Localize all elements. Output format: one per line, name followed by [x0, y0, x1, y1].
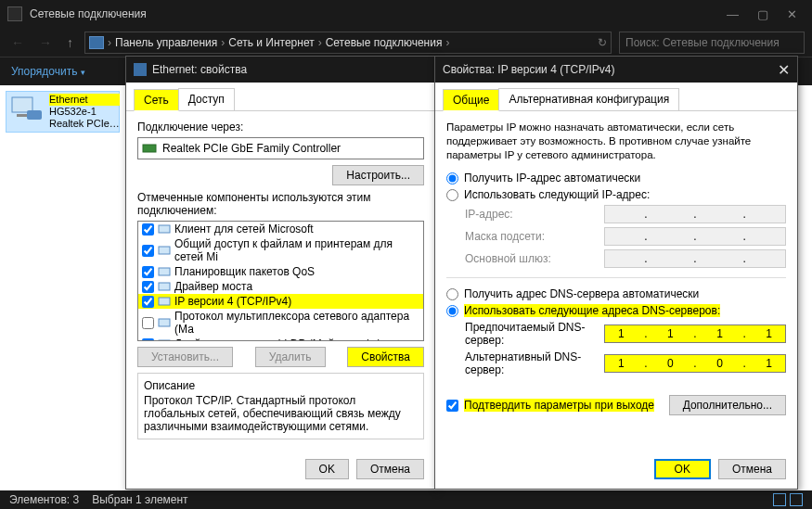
network-adapter-icon [8, 94, 45, 127]
dialog-tabs: Сеть Доступ [126, 83, 435, 111]
svg-rect-3 [143, 145, 156, 152]
window-title: Сетевые подключения [30, 7, 147, 20]
connection-item[interactable]: Ethernet HG532e-1 Realtek PCIe… [6, 91, 120, 133]
component-row[interactable]: Драйвер протокола LLDP (Майкрософт) [138, 337, 423, 341]
component-label: IP версии 4 (TCP/IPv4) [174, 295, 291, 308]
description-title: Описание [144, 379, 418, 392]
navigation-bar: ← → ↑ › Панель управления › Сеть и Интер… [0, 28, 812, 57]
component-label: Клиент для сетей Microsoft [174, 223, 314, 235]
breadcrumb-item[interactable]: Сетевые подключения [326, 36, 443, 49]
component-row[interactable]: Драйвер моста [138, 279, 423, 294]
ip-manual-radio[interactable]: Использовать следующий IP-адрес: [446, 188, 786, 201]
component-row[interactable]: Планировщик пакетов QoS [138, 264, 423, 279]
tab-alt-config[interactable]: Альтернативная конфигурация [498, 88, 679, 110]
breadcrumb-item[interactable]: Сеть и Интернет [228, 36, 314, 49]
cancel-button[interactable]: Отмена [718, 459, 786, 479]
view-icon[interactable] [790, 493, 803, 506]
install-button[interactable]: Установить... [137, 347, 233, 367]
svg-rect-0 [12, 97, 32, 112]
remove-button[interactable]: Удалить [255, 347, 326, 367]
component-icon [158, 266, 171, 277]
ip-auto-radio[interactable]: Получить IP-адрес автоматически [446, 172, 786, 185]
radio-input[interactable] [446, 305, 458, 317]
subnet-mask-label: Маска подсети: [465, 230, 604, 243]
maximize-button[interactable]: ▢ [757, 7, 768, 21]
window-titlebar: Сетевые подключения — ▢ ✕ [0, 0, 812, 28]
component-properties-button[interactable]: Свойства [347, 347, 424, 367]
dialog-title: Ethernet: свойства [152, 63, 247, 76]
ok-button[interactable]: OK [654, 459, 711, 479]
component-checkbox[interactable] [142, 281, 154, 293]
ok-button[interactable]: OK [305, 459, 349, 479]
dns1-input[interactable]: 1.1.1.1 [604, 324, 786, 343]
validate-checkbox[interactable] [446, 400, 458, 412]
radio-label: Использовать следующий IP-адрес: [464, 188, 650, 201]
subnet-mask-input: ... [604, 227, 786, 246]
validate-label: Подтвердить параметры при выходе [464, 399, 654, 412]
svg-rect-10 [159, 340, 170, 341]
components-list[interactable]: Клиент для сетей MicrosoftОбщий доступ к… [137, 221, 424, 341]
radio-input[interactable] [446, 189, 458, 201]
up-button[interactable]: ↑ [63, 33, 77, 52]
radio-input[interactable] [446, 172, 458, 185]
view-icon[interactable] [773, 493, 786, 506]
adapter-name: Realtek PCIe GbE Family Controller [162, 142, 341, 155]
back-button[interactable]: ← [7, 33, 28, 52]
app-icon [7, 6, 22, 21]
component-checkbox[interactable] [142, 338, 154, 342]
search-input[interactable]: Поиск: Сетевые подключения [619, 32, 805, 54]
close-icon[interactable]: ✕ [778, 61, 790, 79]
dns-auto-radio[interactable]: Получить адрес DNS-сервера автоматически [446, 287, 786, 300]
validate-checkbox-row[interactable]: Подтвердить параметры при выходе [446, 399, 654, 412]
cancel-button[interactable]: Отмена [356, 459, 424, 479]
breadcrumb-item[interactable]: Панель управления [115, 36, 217, 49]
component-row[interactable]: IP версии 4 (TCP/IPv4) [138, 294, 423, 309]
component-row[interactable]: Общий доступ к файлам и принтерам для се… [138, 236, 423, 264]
ipv4-properties-dialog: Свойства: IP версии 4 (TCP/IPv4) ✕ Общие… [434, 56, 798, 490]
ip-address-input: ... [604, 205, 786, 223]
dns2-input[interactable]: 1.0.0.1 [604, 354, 786, 373]
dialog-title: Свойства: IP версии 4 (TCP/IPv4) [443, 63, 615, 76]
tab-network[interactable]: Сеть [134, 89, 179, 111]
dns1-label: Предпочитаемый DNS-сервер: [465, 321, 604, 347]
component-checkbox[interactable] [142, 296, 154, 308]
tab-general[interactable]: Общие [443, 89, 499, 111]
component-checkbox[interactable] [142, 223, 154, 235]
svg-rect-5 [159, 247, 170, 254]
svg-rect-2 [27, 110, 42, 120]
organize-menu[interactable]: Упорядочить [11, 65, 85, 78]
component-checkbox[interactable] [142, 317, 154, 329]
configure-button[interactable]: Настроить... [332, 165, 424, 185]
tab-sharing[interactable]: Доступ [178, 88, 235, 110]
search-placeholder: Поиск: Сетевые подключения [625, 36, 780, 49]
svg-rect-8 [159, 298, 170, 305]
status-count: Элементов: 3 [9, 493, 79, 506]
connection-list: Ethernet HG532e-1 Realtek PCIe… [0, 85, 125, 490]
component-checkbox[interactable] [142, 266, 154, 278]
radio-label: Получить адрес DNS-сервера автоматически [464, 287, 699, 300]
connection-adapter: Realtek PCIe… [49, 118, 120, 130]
minimize-button[interactable]: — [727, 7, 739, 21]
component-icon [158, 296, 171, 307]
component-row[interactable]: Клиент для сетей Microsoft [138, 222, 423, 236]
forward-button[interactable]: → [35, 33, 56, 52]
dns-manual-radio[interactable]: Использовать следующие адреса DNS-сервер… [446, 304, 786, 317]
intro-text: Параметры IP можно назначать автоматичес… [446, 121, 786, 162]
dns2-label: Альтернативный DNS-сервер: [465, 350, 604, 376]
ethernet-properties-dialog: Ethernet: свойства Сеть Доступ Подключен… [125, 56, 436, 490]
component-icon [158, 338, 171, 341]
radio-input[interactable] [446, 288, 458, 300]
breadcrumb-icon [89, 36, 104, 49]
status-selected: Выбран 1 элемент [92, 493, 187, 506]
dialog-tabs: Общие Альтернативная конфигурация [435, 83, 797, 111]
breadcrumb[interactable]: › Панель управления › Сеть и Интернет › … [84, 32, 612, 54]
adapter-icon [142, 142, 157, 155]
component-icon [158, 223, 171, 235]
close-button[interactable]: ✕ [787, 7, 797, 21]
dialog-header: Свойства: IP версии 4 (TCP/IPv4) ✕ [435, 57, 797, 83]
component-icon [158, 245, 171, 256]
component-checkbox[interactable] [142, 245, 154, 257]
advanced-button[interactable]: Дополнительно... [669, 395, 786, 415]
component-row[interactable]: Протокол мультиплексора сетевого адаптер… [138, 309, 423, 337]
component-label: Планировщик пакетов QoS [174, 265, 315, 278]
